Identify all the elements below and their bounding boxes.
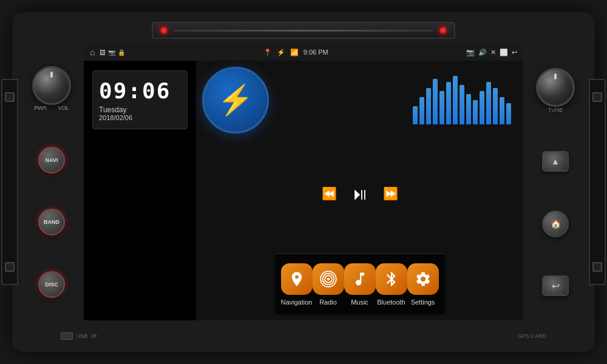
up-button[interactable]: ▲ [542,151,569,172]
svg-point-0 [327,277,330,280]
ir-label: IR [92,333,97,339]
equalizer [407,76,517,124]
app-icon-radio [313,263,344,295]
eq-bar [453,76,458,124]
navi-group: NAVI [38,147,65,174]
camera-icon2: 📷 [108,49,115,56]
navi-button[interactable]: NAVI [38,147,65,174]
eq-bar [439,91,444,124]
camera-icon: 📷 [466,49,475,56]
app-label-bluetooth: Bluetooth [377,298,405,306]
app-icon-settings [407,263,439,295]
clock-date: 2018/02/06 [99,114,181,121]
close-icon: ✕ [490,49,496,56]
rewind-button[interactable]: ⏪ [322,186,337,201]
eq-bar [459,85,464,124]
right-knob-group: TUNE [536,68,575,113]
clock-time: 09:06 [99,78,181,103]
status-icons: 🖼 📷 🔒 [100,49,125,56]
wifi-icon: 📶 [290,49,299,56]
volume-icon: 🔊 [478,49,487,56]
bracket-left [1,79,18,285]
cd-indicator-left [160,27,168,34]
eq-bar [413,106,418,124]
disc-button[interactable]: DISC [38,271,65,298]
eq-bar [500,97,504,124]
cd-indicator-right [439,27,447,34]
cd-slot [152,22,455,39]
eq-bar [419,97,424,124]
eq-bar [473,100,478,124]
pwr-label: PWR [34,105,47,111]
home-button[interactable]: 🏠 [542,211,569,237]
usb-port [61,332,73,340]
player-top: ⚡ [202,67,517,133]
gps-card-label: GPS CARD [518,333,546,339]
eq-bar [506,103,511,124]
bluetooth-symbol: ⚡ [217,83,254,117]
eq-bar [433,79,438,124]
eq-bar [446,82,451,124]
eq-bar [480,91,484,124]
back-status-icon: ↩ [512,49,517,56]
main-content: 09:06 Tuesday 2018/02/06 ⚡ [84,61,523,320]
android-home-icon[interactable]: ⌂ [90,47,95,57]
time-display: 09:06 Tuesday 2018/02/06 [92,70,188,129]
player-panel: ⚡ ⏪ ⏯ ⏩ NavigationRadioMusicBluetoothSet… [196,61,523,320]
vol-label: VOL [58,105,69,111]
lock-icon: 🔒 [118,49,125,56]
top-bar [49,19,558,41]
volume-knob[interactable] [32,66,71,105]
status-right: 📷 🔊 ✕ ⬜ ↩ [466,49,517,56]
app-item-settings[interactable]: Settings [407,263,439,306]
player-controls: ⏪ ⏯ ⏩ [202,184,517,204]
app-icon-bluetooth [376,263,407,295]
home-btn-group: 🏠 [542,211,569,237]
left-knob-group: PWR VOL [32,66,71,111]
app-item-bluetooth[interactable]: Bluetooth [376,263,407,306]
tune-label: TUNE [548,107,563,113]
clock-day: Tuesday [99,106,181,114]
bluetooth-disc: ⚡ [202,67,269,133]
fast-forward-button[interactable]: ⏩ [383,186,398,201]
eq-bar [466,94,471,124]
eq-bar [486,82,491,124]
back-button[interactable]: ↩ [542,275,569,296]
app-icon-music [344,263,376,295]
car-unit: MIC RST PWR VOL NAVI BAND DISC [12,12,595,352]
screen-area: ⌂ 🖼 📷 🔒 📍 ⚡ 📶 9:06 PM 📷 🔊 ✕ ⬜ ↩ [84,44,523,320]
app-item-music[interactable]: Music [344,263,376,306]
up-btn-group: ▲ [542,151,569,172]
disc-group: DISC [38,271,65,298]
app-item-navigation[interactable]: Navigation [281,263,313,306]
app-label-settings: Settings [411,298,435,306]
app-icon-navigation [281,263,313,295]
play-pause-button[interactable]: ⏯ [351,184,368,204]
bracket-right [589,79,606,285]
status-bar: ⌂ 🖼 📷 🔒 📍 ⚡ 📶 9:06 PM 📷 🔊 ✕ ⬜ ↩ [84,44,523,61]
bottom-bar: USB IR GPS CARD [49,328,558,345]
tune-knob[interactable] [536,68,575,107]
status-left: ⌂ 🖼 📷 🔒 [90,47,125,57]
gallery-icon: 🖼 [100,49,106,56]
time-panel: 09:06 Tuesday 2018/02/06 [84,61,196,320]
app-label-navigation: Navigation [281,298,313,306]
app-label-radio: Radio [319,298,337,306]
app-label-music: Music [351,298,368,306]
usb-label: USB [76,333,88,339]
eq-bar [493,88,498,124]
bt-status-icon: ⚡ [277,49,285,56]
cd-slot-line [174,30,433,32]
back-btn-group: ↩ [542,275,569,296]
band-group: BAND [38,209,65,235]
band-button[interactable]: BAND [38,209,65,235]
app-grid: NavigationRadioMusicBluetoothSettings [275,254,445,314]
status-time: 9:06 PM [304,49,328,56]
nav-icon: 📍 [263,49,272,56]
right-panel: TUNE ▲ 🏠 ↩ [522,42,589,322]
app-item-radio[interactable]: Radio [313,263,344,306]
eq-bar [426,88,431,124]
window-icon: ⬜ [500,49,508,56]
status-center: 📍 ⚡ 📶 9:06 PM [263,49,328,56]
left-panel: PWR VOL NAVI BAND DISC [18,42,85,322]
